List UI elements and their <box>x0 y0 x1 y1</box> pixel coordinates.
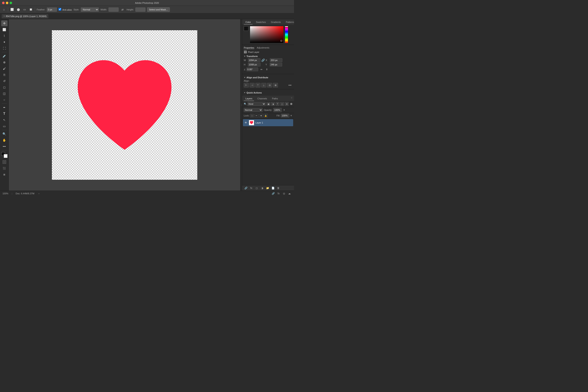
tab-layers[interactable]: Layers <box>244 96 254 101</box>
filter-smart-btn[interactable]: ⚙ <box>285 102 289 106</box>
flip-v-button[interactable]: ⇕ <box>264 67 269 72</box>
opacity-dropdown-arrow[interactable]: ▼ <box>283 109 285 111</box>
lock-artboards-btn[interactable]: ✥ <box>259 114 263 118</box>
flip-h-button[interactable]: ⇔ <box>259 67 264 72</box>
fill-dropdown-arrow[interactable]: ▼ <box>290 114 292 117</box>
transform-x-input[interactable] <box>270 58 282 62</box>
width-input[interactable] <box>109 8 119 12</box>
eraser-tool[interactable]: ◻ <box>1 84 8 90</box>
anti-alias-checkbox[interactable] <box>59 8 61 10</box>
tab-patterns[interactable]: Patterns <box>284 20 294 24</box>
shape-tool[interactable]: ▭ <box>1 123 8 129</box>
quick-actions-header[interactable]: ▼ Quick Actions <box>244 92 292 94</box>
path-select-tool[interactable]: ↖ <box>1 117 8 123</box>
doc-info-arrow[interactable]: › <box>39 192 39 195</box>
layer-effects-btn[interactable]: fx <box>249 186 253 190</box>
more-options-btn[interactable]: ••• <box>288 84 292 87</box>
height-input[interactable] <box>136 8 146 12</box>
tab-adjustments[interactable]: Adjustments <box>257 46 269 49</box>
link-layers-btn[interactable]: 🔗 <box>244 186 248 190</box>
transform-width-input[interactable] <box>248 58 260 62</box>
color-gradient-picker[interactable] <box>250 26 283 43</box>
tab-swatches[interactable]: Swatches <box>254 20 268 24</box>
zoom-tool[interactable]: 🔍 <box>1 131 8 137</box>
align-bottom-btn[interactable]: ⊠ <box>273 83 278 88</box>
home-button[interactable]: ⌂ <box>2 7 6 12</box>
filter-adjustment-btn[interactable]: ◑ <box>271 102 275 106</box>
active-color-swatch[interactable] <box>244 26 248 31</box>
opacity-input[interactable] <box>273 108 282 112</box>
marquee-col-button[interactable]: ▭ <box>22 7 27 12</box>
status-link-btn[interactable]: 🔗 <box>271 192 275 196</box>
swap-wh-button[interactable]: ⇄ <box>120 7 125 12</box>
tab-gradients[interactable]: Gradients <box>269 20 283 24</box>
color-spectrum-bar[interactable] <box>285 26 288 43</box>
chain-icon[interactable]: 🔗 <box>261 58 265 62</box>
layer-visibility-btn[interactable]: 👁 <box>244 121 248 124</box>
tab-channels[interactable]: Channels <box>256 96 269 101</box>
marquee-tool[interactable]: ⬜ <box>1 27 8 32</box>
feather-input[interactable] <box>47 8 57 12</box>
new-layer-btn[interactable]: 📄 <box>271 186 275 190</box>
fill-input[interactable] <box>281 114 289 118</box>
brush-tool[interactable]: 🖌 <box>1 66 8 72</box>
move-tool[interactable]: ✥ <box>1 20 8 26</box>
tab-paths[interactable]: Paths <box>270 96 280 101</box>
pen-tool[interactable]: ✒ <box>1 104 8 110</box>
tab-close-icon[interactable]: ✕ <box>3 15 5 17</box>
filter-shape-btn[interactable]: ◻ <box>280 102 284 106</box>
artboard-tool[interactable]: ⊞ <box>1 172 8 178</box>
new-group-btn[interactable]: 📁 <box>265 186 270 190</box>
clone-stamp-tool[interactable]: ⎘ <box>1 72 8 78</box>
background-color[interactable] <box>4 154 8 158</box>
type-tool[interactable]: T <box>1 111 8 117</box>
panel-resize-handle[interactable] <box>240 19 242 190</box>
tab-properties[interactable]: Properties <box>244 46 254 49</box>
lock-all-btn[interactable]: 🔒 <box>264 114 268 118</box>
layer-item[interactable]: 👁 Layer 1 <box>243 119 293 126</box>
align-top-btn[interactable]: ⊥ <box>261 83 266 88</box>
lock-position-btn[interactable]: ✏ <box>255 114 258 118</box>
color-swatches[interactable] <box>1 152 8 158</box>
history-brush-tool[interactable]: ↺ <box>1 78 8 84</box>
transform-header[interactable]: ▼ Transform <box>244 55 292 58</box>
filter-select[interactable]: Kind <box>248 102 266 106</box>
document-tab[interactable]: ✕ ff947d8e.png @ 100% (Layer 1, RGB/8) <box>2 14 48 18</box>
marquee-ellipse-button[interactable]: ⬤ <box>16 7 21 12</box>
delete-layer-btn[interactable]: 🗑 <box>276 186 280 190</box>
screen-mode-button[interactable]: ⬛ <box>1 166 8 171</box>
tab-color[interactable]: Color <box>244 20 253 24</box>
spot-heal-tool[interactable]: ⊕ <box>1 59 8 65</box>
transform-height-input[interactable] <box>248 63 260 66</box>
lock-pixels-btn[interactable]: ⬛ <box>250 114 254 118</box>
new-adjustment-btn[interactable]: ◑ <box>260 186 264 190</box>
eyedropper-tool[interactable]: 💉 <box>1 53 8 59</box>
more-tools[interactable]: ••• <box>1 144 8 149</box>
status-cloud-btn[interactable]: ☁ <box>287 192 292 196</box>
filter-toggle-dot[interactable] <box>290 103 292 105</box>
select-mask-button[interactable]: Select and Mask... <box>147 7 170 12</box>
align-header[interactable]: ▼ Align and Distribute <box>244 76 292 79</box>
hand-tool[interactable]: ✋ <box>1 137 8 143</box>
gradient-tool[interactable]: ◫ <box>1 90 8 96</box>
crop-tool[interactable]: ⛶ <box>1 46 8 51</box>
maximize-button[interactable] <box>10 2 12 4</box>
dodge-tool[interactable]: ○ <box>1 97 8 103</box>
angle-input[interactable] <box>247 68 258 71</box>
magic-wand-tool[interactable]: ✦ <box>1 39 8 45</box>
transform-y-input[interactable] <box>270 63 282 66</box>
style-select[interactable]: Normal Fixed Ratio Fixed Size <box>81 8 99 12</box>
align-center-h-btn[interactable]: ⊣ <box>250 83 255 88</box>
align-left-btn[interactable]: ⊢ <box>244 83 249 88</box>
align-center-v-btn[interactable]: ⊟ <box>267 83 272 88</box>
minimize-button[interactable] <box>6 2 8 4</box>
align-right-btn[interactable]: ⊤ <box>255 83 260 88</box>
quick-mask-button[interactable] <box>3 160 6 164</box>
layer-mask-btn[interactable]: ◻ <box>255 186 259 190</box>
layers-collapse-btn[interactable]: ≡ <box>291 96 292 101</box>
status-circle-btn[interactable]: ◎ <box>282 192 286 196</box>
lasso-tool[interactable]: ⌇ <box>1 33 8 39</box>
filter-pixel-btn[interactable]: ▣ <box>267 102 270 106</box>
status-fx-btn[interactable]: fx <box>277 192 281 196</box>
marquee-row-button[interactable]: 🔲 <box>29 7 33 12</box>
